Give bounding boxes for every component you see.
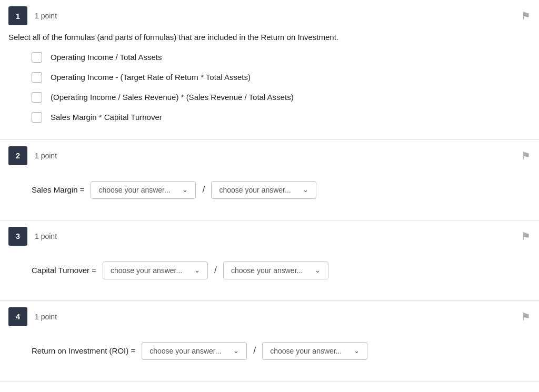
- checkbox-label-0: Operating Income / Total Assets: [51, 53, 162, 62]
- question-1-number: 1: [8, 6, 27, 25]
- checkbox-1[interactable]: [32, 72, 42, 83]
- flag-icon-2[interactable]: ⚑: [521, 149, 531, 162]
- chevron-down-icon-3-1: ⌄: [194, 266, 200, 274]
- question-2-label: Sales Margin =: [32, 185, 84, 194]
- question-4-formula-row: Return on Investment (ROI) = choose your…: [0, 333, 539, 364]
- question-4-select-2[interactable]: choose your answer... ⌄: [262, 342, 367, 360]
- question-3-header: 3 1 point ⚑: [0, 220, 539, 252]
- question-3-divider: /: [214, 265, 217, 276]
- flag-icon-3[interactable]: ⚑: [521, 230, 531, 243]
- question-2-points: 1 point: [35, 152, 57, 160]
- chevron-down-icon-4-1: ⌄: [233, 347, 239, 355]
- question-3-select-1-text: choose your answer...: [111, 266, 182, 275]
- checkbox-item-1: Operating Income - (Target Rate of Retur…: [32, 72, 531, 83]
- question-1-points: 1 point: [35, 12, 57, 20]
- checkbox-label-3: Sales Margin * Capital Turnover: [51, 113, 162, 122]
- question-1-num-row: 1 1 point: [8, 6, 57, 25]
- chevron-down-icon-2-2: ⌄: [303, 186, 308, 194]
- question-3-formula-row: Capital Turnover = choose your answer...…: [0, 252, 539, 284]
- chevron-down-icon-2-1: ⌄: [182, 186, 188, 194]
- question-4-number: 4: [8, 307, 27, 326]
- checkbox-item-3: Sales Margin * Capital Turnover: [32, 112, 531, 123]
- question-3-select-2[interactable]: choose your answer... ⌄: [223, 262, 328, 279]
- flag-icon-4[interactable]: ⚑: [521, 310, 531, 323]
- question-4-header: 4 1 point ⚑: [0, 301, 539, 333]
- flag-icon-1[interactable]: ⚑: [521, 9, 531, 22]
- question-3-label: Capital Turnover =: [32, 266, 96, 275]
- question-4-divider: /: [253, 345, 256, 356]
- checkbox-item-0: Operating Income / Total Assets: [32, 52, 531, 63]
- question-2-number: 2: [8, 146, 27, 165]
- question-4-num-row: 4 1 point: [8, 307, 57, 326]
- question-1-header: 1 1 point ⚑: [0, 0, 539, 32]
- chevron-down-icon-3-2: ⌄: [315, 266, 321, 274]
- question-3-points: 1 point: [35, 232, 57, 240]
- question-2-select-2[interactable]: choose your answer... ⌄: [211, 181, 316, 199]
- question-1-options: Operating Income / Total Assets Operatin…: [0, 52, 539, 123]
- question-2-select-1-text: choose your answer...: [98, 186, 170, 194]
- question-4-select-1-text: choose your answer...: [149, 347, 221, 355]
- question-1: 1 1 point ⚑ Select all of the formulas (…: [0, 0, 539, 140]
- question-1-prompt: Select all of the formulas (and parts of…: [0, 32, 539, 52]
- question-2-divider: /: [202, 184, 205, 195]
- question-4-points: 1 point: [35, 313, 57, 321]
- question-3: 3 1 point ⚑ Capital Turnover = choose yo…: [0, 220, 539, 301]
- question-2-select-2-text: choose your answer...: [219, 186, 291, 194]
- checkbox-2[interactable]: [32, 92, 42, 103]
- checkbox-label-2: (Operating Income / Sales Revenue) * (Sa…: [51, 93, 294, 102]
- question-2-header: 2 1 point ⚑: [0, 140, 539, 172]
- question-3-select-2-text: choose your answer...: [231, 266, 303, 275]
- question-3-num-row: 3 1 point: [8, 227, 57, 246]
- question-2-select-1[interactable]: choose your answer... ⌄: [91, 181, 196, 199]
- question-3-number: 3: [8, 227, 27, 246]
- chevron-down-icon-4-2: ⌄: [354, 347, 360, 355]
- checkbox-label-1: Operating Income - (Target Rate of Retur…: [51, 73, 251, 82]
- checkbox-item-2: (Operating Income / Sales Revenue) * (Sa…: [32, 92, 531, 103]
- question-3-select-1[interactable]: choose your answer... ⌄: [103, 262, 208, 279]
- question-4-select-2-text: choose your answer...: [270, 347, 342, 355]
- checkbox-3[interactable]: [32, 112, 42, 123]
- question-2-num-row: 2 1 point: [8, 146, 57, 165]
- question-4: 4 1 point ⚑ Return on Investment (ROI) =…: [0, 301, 539, 381]
- question-4-label: Return on Investment (ROI) =: [32, 346, 135, 355]
- checkbox-0[interactable]: [32, 52, 42, 63]
- question-4-select-1[interactable]: choose your answer... ⌄: [142, 342, 247, 360]
- question-2: 2 1 point ⚑ Sales Margin = choose your a…: [0, 140, 539, 220]
- question-2-formula-row: Sales Margin = choose your answer... ⌄ /…: [0, 172, 539, 203]
